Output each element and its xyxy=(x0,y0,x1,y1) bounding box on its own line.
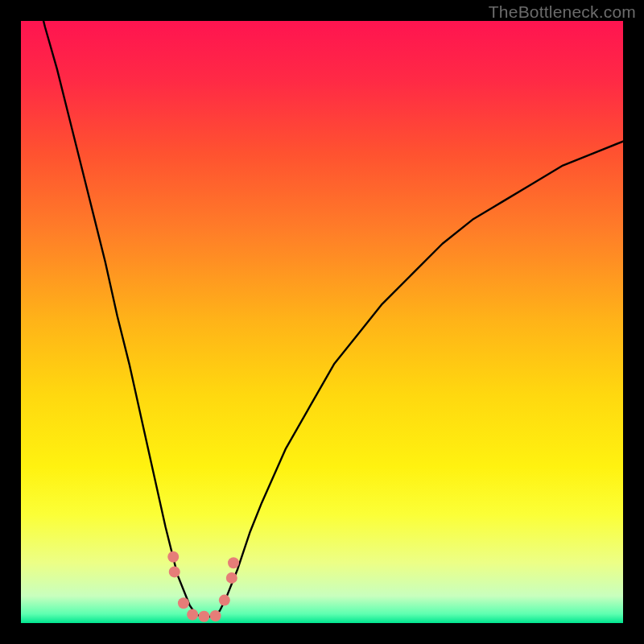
curve-marker xyxy=(178,597,189,609)
curve-marker xyxy=(169,566,180,577)
curve-marker xyxy=(167,551,179,563)
curve-marker xyxy=(219,595,230,606)
watermark-text: TheBottleneck.com xyxy=(489,2,636,22)
chart-frame: TheBottleneck.com xyxy=(0,0,644,644)
bottleneck-curve xyxy=(21,21,623,617)
curve-layer xyxy=(21,21,623,623)
curve-marker xyxy=(210,610,221,621)
curve-marker xyxy=(187,609,198,621)
curve-marker xyxy=(228,557,239,568)
curve-marker xyxy=(198,611,209,622)
plot-area xyxy=(21,21,623,623)
curve-marker xyxy=(226,572,237,584)
